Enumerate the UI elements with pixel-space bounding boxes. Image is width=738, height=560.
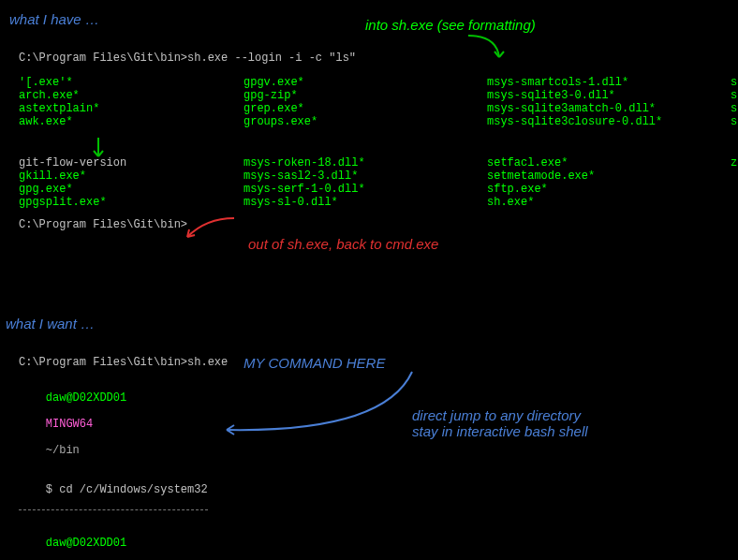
direct-jump-label: direct jump to any directory stay in int…	[412, 407, 588, 439]
cmd-prompt-back: C:\Program Files\Git\bin>	[19, 218, 738, 231]
ls-row: '[.exe'*gpgv.exe*msys-smartcols-1.dll*sh…	[19, 76, 738, 89]
into-sh-label: into sh.exe (see formatting)	[365, 17, 536, 33]
bash-prompt-line-1: daw@D02XDD01 MINGW64 ~/bin	[19, 378, 738, 470]
my-command-label: MY COMMAND HERE	[244, 355, 385, 371]
bash-prompt-line-2: daw@D02XDD01 MINGW64 /c/windows/system32	[19, 523, 738, 560]
ls-row: gkill.exe*msys-sasl2-3.dll*setmetamode.e…	[19, 169, 738, 183]
out-of-sh-label: out of sh.exe, back to cmd.exe	[248, 236, 438, 252]
ls-row: gpg.exe*msys-serf-1-0.dll*sftp.exe*	[19, 183, 738, 196]
ls-row: gpgsplit.exe*msys-sl-0.dll*sh.exe*	[19, 196, 738, 209]
cmd-line-top: C:\Program Files\Git\bin>sh.exe --login …	[19, 52, 738, 65]
ls-row: awk.exe*groups.exe*msys-sqlite3closure-0…	[19, 115, 738, 128]
ls-row: astextplain*grep.exe*msys-sqlite3amatch-…	[19, 102, 738, 115]
what-i-want-label: what I want …	[6, 316, 738, 332]
ls-row: arch.exe*gpg-zip*msys-sqlite3-0.dll*sha2…	[19, 89, 738, 102]
bash-cd-line: $ cd /c/Windows/system32	[19, 470, 208, 510]
ls-row: git-flow-versionmsys-roken-18.dll*setfac…	[19, 156, 738, 169]
